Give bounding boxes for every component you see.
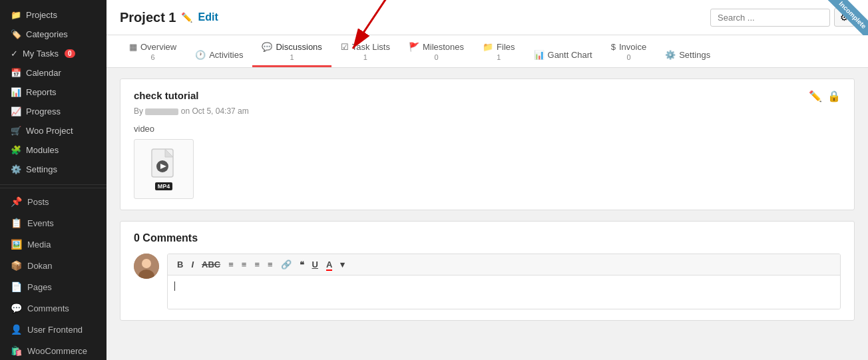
- comment-editor: B I ABC ≡ ≡ ≡ ≡ 🔗 ❝ U A ▾: [167, 254, 841, 309]
- sidebar-item-media[interactable]: 🖼️ Media: [0, 234, 107, 255]
- tab-milestones[interactable]: 🚩 Milestones 0: [399, 35, 473, 67]
- sidebar-top-section: 📁 Projects 🏷️ Categories ✓ My Tasks 0 📅 …: [0, 0, 107, 185]
- comments-icon: 💬: [11, 303, 22, 313]
- discussion-title: check tutorial: [134, 90, 199, 101]
- file-thumbnail[interactable]: MP4: [134, 139, 194, 199]
- media-icon: 🖼️: [11, 239, 22, 250]
- project-tabs: ▦ Overview 6 🕐 Activities 💬 Discussions …: [107, 35, 868, 68]
- project-title: Project 1: [120, 10, 176, 25]
- settings-icon: ⚙️: [11, 164, 21, 174]
- pages-icon: 📄: [11, 281, 22, 292]
- reports-icon: 📊: [11, 87, 21, 97]
- sidebar-item-modules[interactable]: 🧩 Modules: [0, 140, 107, 160]
- discussion-actions: ✏️ 🔒: [809, 90, 841, 102]
- calendar-icon: 📅: [11, 68, 21, 78]
- section-label: video: [134, 124, 841, 134]
- comments-card: 0 Comments B I ABC ≡ ≡: [120, 221, 855, 321]
- files-icon: 📁: [483, 42, 493, 52]
- project-title-area: Project 1 ✏️ Edit: [120, 10, 218, 25]
- text-cursor: [174, 281, 175, 291]
- posts-icon: 📌: [11, 196, 22, 207]
- underline-button[interactable]: U: [310, 258, 321, 271]
- activities-icon: 🕐: [195, 50, 206, 60]
- tab-gantt-chart[interactable]: 📊 Gantt Chart: [525, 43, 602, 67]
- invoice-icon: $: [611, 42, 616, 52]
- sidebar: 📁 Projects 🏷️ Categories ✓ My Tasks 0 📅 …: [0, 0, 107, 360]
- blockquote-button[interactable]: ❝: [297, 258, 307, 271]
- sidebar-item-reports[interactable]: 📊 Reports: [0, 83, 107, 102]
- content-area: check tutorial ✏️ 🔒 By on Oct 5, 04:37 a…: [107, 68, 868, 360]
- tab-discussions[interactable]: 💬 Discussions 1: [252, 35, 331, 67]
- comment-form: B I ABC ≡ ≡ ≡ ≡ 🔗 ❝ U A ▾: [134, 254, 841, 309]
- sidebar-item-events[interactable]: 📋 Events: [0, 212, 107, 234]
- author-name-blurred: [145, 108, 178, 115]
- file-type-badge: MP4: [155, 182, 173, 190]
- align-left-button[interactable]: ≡: [226, 258, 236, 271]
- user-avatar: [134, 254, 159, 279]
- tasks-badge: 0: [65, 49, 75, 58]
- task-lists-icon: ☑: [341, 42, 349, 52]
- gantt-icon: 📊: [534, 50, 544, 60]
- main-content: Project 1 ✏️ Edit ⚙ Incomplete ▦ Overvie…: [107, 0, 868, 360]
- sidebar-item-projects[interactable]: 📁 Projects: [0, 5, 107, 25]
- italic-button[interactable]: I: [188, 258, 196, 271]
- editor-toolbar: B I ABC ≡ ≡ ≡ ≡ 🔗 ❝ U A ▾: [168, 254, 840, 275]
- sidebar-item-my-tasks[interactable]: ✓ My Tasks 0: [0, 44, 107, 63]
- sidebar-item-woo-project[interactable]: 🛒 Woo Project: [0, 121, 107, 140]
- discussion-card: check tutorial ✏️ 🔒 By on Oct 5, 04:37 a…: [120, 79, 855, 210]
- tasks-icon: ✓: [11, 49, 18, 59]
- discussion-header: check tutorial ✏️ 🔒: [134, 90, 841, 102]
- bold-button[interactable]: B: [174, 258, 186, 271]
- projects-icon: 📁: [11, 10, 21, 20]
- milestones-icon: 🚩: [409, 42, 419, 52]
- sidebar-item-settings[interactable]: ⚙️ Settings: [0, 160, 107, 179]
- sidebar-divider: [0, 188, 107, 188]
- modules-icon: 🧩: [11, 145, 21, 155]
- align-right-button[interactable]: ≡: [252, 258, 262, 271]
- tab-task-lists[interactable]: ☑ Task Lists 1: [331, 35, 399, 67]
- strikethrough-button[interactable]: ABC: [199, 258, 223, 271]
- sidebar-item-calendar[interactable]: 📅 Calendar: [0, 63, 107, 83]
- edit-discussion-icon[interactable]: ✏️: [809, 90, 822, 102]
- tab-activities[interactable]: 🕐 Activities: [186, 43, 252, 67]
- font-color-button[interactable]: A: [324, 258, 335, 271]
- sidebar-item-categories[interactable]: 🏷️ Categories: [0, 25, 107, 44]
- tab-invoice[interactable]: $ Invoice 0: [602, 35, 656, 67]
- progress-icon: 📈: [11, 106, 21, 116]
- svg-point-6: [142, 259, 151, 268]
- discussions-icon: 💬: [262, 42, 272, 52]
- tab-overview[interactable]: ▦ Overview 6: [120, 35, 186, 67]
- overview-icon: ▦: [129, 42, 137, 52]
- more-button[interactable]: ▾: [337, 258, 347, 271]
- comments-count-title: 0 Comments: [134, 232, 841, 244]
- align-center-button[interactable]: ≡: [239, 258, 250, 271]
- link-button[interactable]: 🔗: [278, 258, 294, 271]
- comment-input[interactable]: [168, 275, 840, 309]
- justify-button[interactable]: ≡: [265, 258, 276, 271]
- sidebar-item-woocommerce[interactable]: 🛍️ WooCommerce: [0, 340, 107, 360]
- pencil-icon: ✏️: [181, 12, 192, 23]
- sidebar-item-progress[interactable]: 📈 Progress: [0, 102, 107, 121]
- discussion-meta: By on Oct 5, 04:37 am: [134, 106, 841, 116]
- dokan-icon: 📦: [11, 260, 22, 271]
- search-input[interactable]: [710, 9, 830, 27]
- sidebar-bottom-section: 📌 Posts 📋 Events 🖼️ Media 📦 Dokan 📄 Page…: [0, 191, 107, 360]
- sidebar-item-posts[interactable]: 📌 Posts: [0, 191, 107, 212]
- edit-link[interactable]: Edit: [198, 11, 218, 23]
- woo-project-icon: 🛒: [11, 126, 21, 136]
- tab-settings[interactable]: ⚙️ Settings: [656, 43, 720, 67]
- mp4-file-icon: [150, 148, 177, 180]
- woocommerce-icon: 🛍️: [11, 345, 22, 356]
- categories-icon: 🏷️: [11, 29, 21, 39]
- lock-icon[interactable]: 🔒: [827, 90, 841, 102]
- events-icon: 📋: [11, 218, 22, 228]
- sidebar-item-pages[interactable]: 📄 Pages: [0, 276, 107, 297]
- tab-settings-icon: ⚙️: [665, 50, 676, 60]
- page-header: Project 1 ✏️ Edit ⚙ Incomplete: [107, 0, 868, 35]
- sidebar-item-comments[interactable]: 💬 Comments: [0, 297, 107, 319]
- sidebar-item-user-frontend[interactable]: 👤 User Frontend: [0, 319, 107, 340]
- sidebar-item-dokan[interactable]: 📦 Dokan: [0, 255, 107, 276]
- tab-files[interactable]: 📁 Files 1: [473, 35, 524, 67]
- user-frontend-icon: 👤: [11, 324, 22, 335]
